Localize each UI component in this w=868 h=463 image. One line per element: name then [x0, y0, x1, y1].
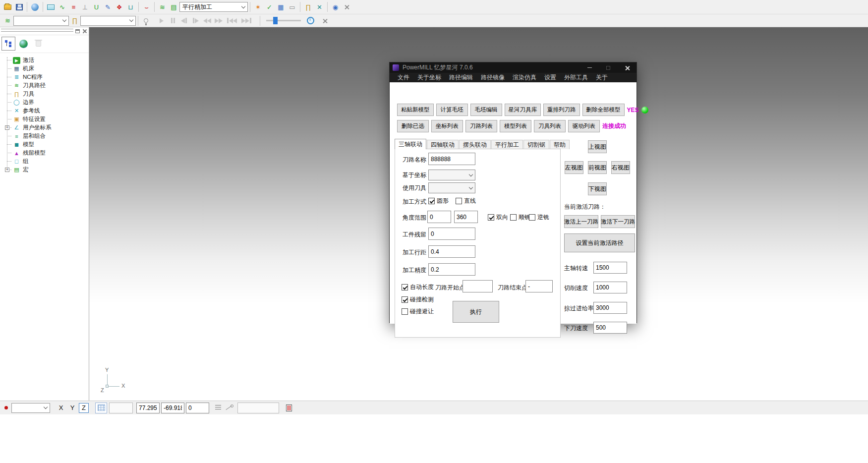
- curve-editor-button[interactable]: ✎: [102, 1, 114, 12]
- sim-play-button[interactable]: [156, 15, 167, 26]
- tree-item-workplanes[interactable]: +∠用户坐标系: [0, 123, 89, 132]
- view-top-button[interactable]: 上视图: [588, 140, 607, 153]
- tree-item-groups[interactable]: ◻组: [0, 157, 89, 166]
- stock-remain-input[interactable]: [428, 228, 475, 240]
- checkbox-checked-icon[interactable]: [402, 296, 408, 303]
- list-options-icon[interactable]: [215, 405, 221, 410]
- tab-explorer[interactable]: [1, 37, 15, 51]
- sim-pause-button[interactable]: [167, 15, 178, 26]
- plunge-feed-input[interactable]: [593, 322, 627, 334]
- collision-check-checkbox[interactable]: 碰撞检测: [402, 295, 434, 304]
- tab-parallel[interactable]: 平行加工: [491, 140, 523, 149]
- tree-item-boundaries[interactable]: ◯边界: [0, 98, 89, 107]
- zlevel-button[interactable]: ≡: [68, 1, 79, 12]
- checkbox-unchecked-icon[interactable]: [529, 214, 535, 221]
- menu-coords[interactable]: 关于坐标: [413, 73, 445, 82]
- use-tool-dropdown[interactable]: [428, 182, 475, 193]
- view-bottom-button[interactable]: 下视图: [588, 182, 607, 195]
- checkbox-checked-icon[interactable]: [488, 214, 494, 221]
- sim-rewind-button[interactable]: [201, 15, 213, 26]
- tool-block-button[interactable]: ⊔: [125, 1, 136, 12]
- tab-4axis[interactable]: 四轴联动: [427, 140, 459, 149]
- open-project-button[interactable]: [2, 1, 13, 12]
- angle-measure-icon[interactable]: [226, 405, 233, 411]
- auto-length-checkbox[interactable]: 自动长度: [402, 283, 434, 291]
- expand-plus-icon[interactable]: +: [5, 168, 9, 172]
- coord-list-button[interactable]: 坐标列表: [431, 120, 463, 132]
- tab-recycle[interactable]: [31, 37, 45, 51]
- workplane-dropdown[interactable]: [11, 403, 50, 413]
- tab-world[interactable]: [16, 37, 30, 51]
- tool-library-button[interactable]: 星河刀具库: [505, 104, 541, 116]
- spindle-speed-input[interactable]: [593, 262, 627, 274]
- axis-x-button[interactable]: X: [56, 403, 66, 413]
- menu-file[interactable]: 文件: [394, 73, 413, 82]
- stock-edit-button[interactable]: 毛坯编辑: [470, 104, 502, 116]
- menu-path-mirror[interactable]: 路径镜像: [477, 73, 509, 82]
- axis-y-button[interactable]: Y: [67, 403, 77, 413]
- sim-tool-dropdown[interactable]: [80, 16, 136, 26]
- menu-external-tools[interactable]: 外部工具: [560, 73, 592, 82]
- collision-check-button[interactable]: ⌣: [141, 1, 152, 12]
- close-panel-button[interactable]: [82, 29, 87, 33]
- activate-next-toolpath-button[interactable]: 激活下一刀路: [601, 215, 635, 228]
- checkbox-checked-icon[interactable]: [402, 284, 408, 290]
- collision-avoid-checkbox[interactable]: 碰撞避让: [402, 307, 434, 316]
- tree-item-activate[interactable]: ▶激活: [0, 56, 89, 64]
- delete-selected-button[interactable]: 删除已选: [397, 120, 429, 132]
- cursor-z-input[interactable]: [186, 403, 209, 413]
- dir-climb-checkbox[interactable]: 顺铣: [510, 213, 530, 222]
- checkbox-unchecked-icon[interactable]: [510, 214, 517, 221]
- activate-prev-toolpath-button[interactable]: 激活上一刀路: [564, 215, 598, 228]
- close-button[interactable]: [618, 62, 637, 73]
- mode-circle-checkbox[interactable]: 圆形: [428, 197, 449, 205]
- tab-head-tilt[interactable]: 摆头联动: [459, 140, 491, 149]
- sim-toolpath-dropdown[interactable]: [13, 16, 69, 26]
- checkbox-unchecked-icon[interactable]: [402, 308, 408, 315]
- model-list-button[interactable]: 模型列表: [500, 120, 531, 132]
- shaded-view-button[interactable]: [29, 1, 41, 12]
- float-panel-button[interactable]: [75, 29, 80, 33]
- cursor-x-input[interactable]: [136, 403, 160, 413]
- tree-item-models[interactable]: ◼模型: [0, 140, 89, 149]
- rearrange-toolpaths-button[interactable]: 重排列刀路: [543, 104, 580, 116]
- sim-step-forward-button[interactable]: [190, 15, 201, 26]
- tool-pair-button[interactable]: ∏: [302, 1, 314, 12]
- tree-item-macros[interactable]: +▤宏: [0, 166, 89, 174]
- view-right-button[interactable]: 右视图: [611, 161, 630, 174]
- dialog-titlebar[interactable]: PowerMILL 忆梦星河 7.0.6: [390, 62, 637, 73]
- raster-toolpath-button[interactable]: ∿: [57, 1, 68, 12]
- menu-settings[interactable]: 设置: [540, 73, 560, 82]
- mode-line-checkbox[interactable]: 直线: [456, 197, 476, 205]
- strategy-dropdown[interactable]: 平行精加工: [179, 2, 248, 12]
- expand-plus-icon[interactable]: +: [5, 125, 9, 130]
- sim-light-button[interactable]: [140, 15, 152, 26]
- menu-path-edit[interactable]: 路径编辑: [445, 73, 477, 82]
- strategy-list-button[interactable]: ▤: [168, 1, 179, 12]
- pause-log-icon[interactable]: [286, 405, 292, 411]
- tab-saw[interactable]: 切割锯: [523, 140, 549, 149]
- angle-to-input[interactable]: [454, 211, 478, 223]
- tool-verify-button[interactable]: ✓: [264, 1, 275, 12]
- cylinders-button[interactable]: ◉: [330, 1, 341, 12]
- menu-about[interactable]: 关于: [592, 73, 612, 82]
- checkbox-unchecked-icon[interactable]: [456, 198, 462, 204]
- toolpath-button[interactable]: ≋: [157, 1, 168, 12]
- delete-all-models-button[interactable]: 删除全部模型: [582, 104, 625, 116]
- channel-button[interactable]: U: [91, 1, 102, 12]
- calc-stock-button[interactable]: 计算毛坯: [436, 104, 468, 116]
- end-point-input[interactable]: [525, 280, 553, 292]
- toolpath-name-input[interactable]: [428, 153, 475, 165]
- tab-3axis[interactable]: 三轴联动: [395, 139, 426, 149]
- grid-snap-button[interactable]: [95, 403, 107, 413]
- calculator-button[interactable]: ▦: [275, 1, 287, 12]
- view-front-button[interactable]: 前视图: [588, 161, 607, 174]
- checkbox-checked-icon[interactable]: [428, 198, 435, 204]
- tolerance-input[interactable]: [428, 263, 475, 276]
- start-point-input[interactable]: [463, 280, 493, 292]
- angle-from-input[interactable]: [427, 211, 451, 223]
- tree-item-feature-sets[interactable]: ▣特征设置: [0, 115, 89, 123]
- sim-time-button[interactable]: [305, 15, 316, 26]
- tree-item-machine[interactable]: ▦机床: [0, 64, 89, 73]
- sim-step-back-button[interactable]: [178, 15, 190, 26]
